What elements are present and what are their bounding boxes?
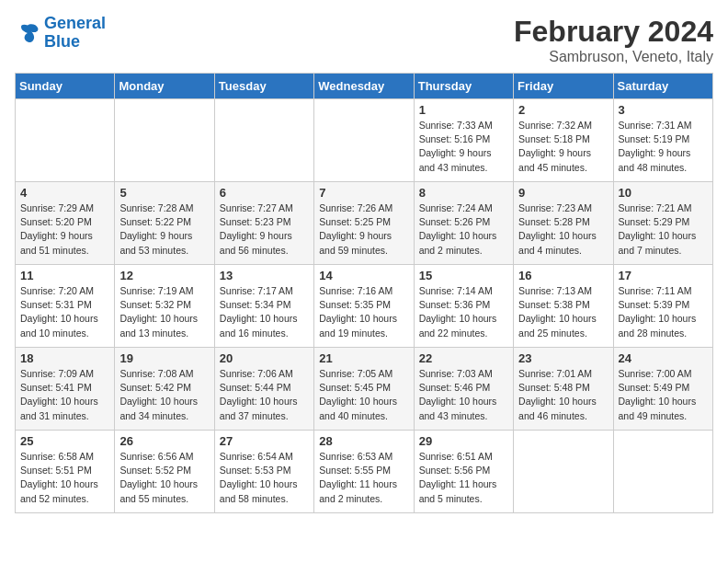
logo-text: General Blue xyxy=(44,15,106,52)
day-info: Sunrise: 7:08 AMSunset: 5:42 PMDaylight:… xyxy=(119,367,209,423)
day-info: Sunrise: 7:16 AMSunset: 5:35 PMDaylight:… xyxy=(319,284,408,340)
day-number: 28 xyxy=(319,434,408,448)
day-number: 10 xyxy=(619,186,708,200)
calendar-cell: 11Sunrise: 7:20 AMSunset: 5:31 PMDayligh… xyxy=(16,265,115,348)
day-number: 13 xyxy=(220,269,309,282)
calendar-cell: 7Sunrise: 7:26 AMSunset: 5:25 PMDaylight… xyxy=(314,182,414,265)
calendar-cell: 28Sunrise: 6:53 AMSunset: 5:55 PMDayligh… xyxy=(314,431,414,513)
calendar-cell: 3Sunrise: 7:31 AMSunset: 5:19 PMDaylight… xyxy=(613,99,712,182)
calendar-cell: 16Sunrise: 7:13 AMSunset: 5:38 PMDayligh… xyxy=(514,265,613,348)
calendar-cell: 8Sunrise: 7:24 AMSunset: 5:26 PMDaylight… xyxy=(414,182,513,265)
calendar-cell xyxy=(214,99,313,182)
day-info: Sunrise: 7:09 AMSunset: 5:41 PMDaylight:… xyxy=(20,367,109,423)
day-number: 22 xyxy=(419,351,508,365)
calendar-cell: 27Sunrise: 6:54 AMSunset: 5:53 PMDayligh… xyxy=(214,431,313,513)
calendar-cell xyxy=(613,431,712,513)
calendar-cell: 9Sunrise: 7:23 AMSunset: 5:28 PMDaylight… xyxy=(514,182,613,265)
day-info: Sunrise: 6:51 AMSunset: 5:56 PMDaylight:… xyxy=(419,450,508,506)
day-number: 5 xyxy=(119,186,209,200)
calendar-cell: 25Sunrise: 6:58 AMSunset: 5:51 PMDayligh… xyxy=(16,431,115,513)
day-number: 2 xyxy=(518,103,608,117)
day-number: 26 xyxy=(119,434,209,448)
day-info: Sunrise: 7:13 AMSunset: 5:38 PMDaylight:… xyxy=(518,284,608,340)
day-info: Sunrise: 7:31 AMSunset: 5:19 PMDaylight:… xyxy=(619,119,708,175)
calendar-week-row: 4Sunrise: 7:29 AMSunset: 5:20 PMDaylight… xyxy=(16,182,713,265)
calendar-cell: 5Sunrise: 7:28 AMSunset: 5:22 PMDaylight… xyxy=(115,182,214,265)
weekday-header-sunday: Sunday xyxy=(16,74,115,99)
day-number: 21 xyxy=(319,351,408,365)
day-info: Sunrise: 7:23 AMSunset: 5:28 PMDaylight:… xyxy=(518,201,608,258)
calendar-cell: 18Sunrise: 7:09 AMSunset: 5:41 PMDayligh… xyxy=(16,348,115,431)
day-number: 3 xyxy=(619,103,708,117)
calendar-cell: 19Sunrise: 7:08 AMSunset: 5:42 PMDayligh… xyxy=(115,348,214,431)
day-number: 29 xyxy=(419,434,508,448)
calendar-cell: 1Sunrise: 7:33 AMSunset: 5:16 PMDaylight… xyxy=(414,99,513,182)
logo: General Blue xyxy=(15,15,106,52)
calendar-cell: 15Sunrise: 7:14 AMSunset: 5:36 PMDayligh… xyxy=(414,265,513,348)
calendar-cell: 13Sunrise: 7:17 AMSunset: 5:34 PMDayligh… xyxy=(214,265,313,348)
calendar-cell xyxy=(314,99,414,182)
title-block: February 2024 Sambruson, Veneto, Italy xyxy=(514,15,713,65)
calendar-cell: 23Sunrise: 7:01 AMSunset: 5:48 PMDayligh… xyxy=(514,348,613,431)
day-info: Sunrise: 7:29 AMSunset: 5:20 PMDaylight:… xyxy=(20,201,109,258)
day-info: Sunrise: 7:20 AMSunset: 5:31 PMDaylight:… xyxy=(20,284,109,340)
calendar-cell xyxy=(115,99,214,182)
weekday-header-monday: Monday xyxy=(115,74,214,99)
weekday-header-tuesday: Tuesday xyxy=(214,74,313,99)
day-info: Sunrise: 7:14 AMSunset: 5:36 PMDaylight:… xyxy=(419,284,508,340)
day-number: 16 xyxy=(518,269,608,282)
calendar-week-row: 18Sunrise: 7:09 AMSunset: 5:41 PMDayligh… xyxy=(16,348,713,431)
day-number: 1 xyxy=(419,103,508,117)
day-number: 8 xyxy=(419,186,508,200)
weekday-header-thursday: Thursday xyxy=(414,74,513,99)
subtitle: Sambruson, Veneto, Italy xyxy=(514,49,713,65)
day-number: 25 xyxy=(20,434,109,448)
calendar-cell: 2Sunrise: 7:32 AMSunset: 5:18 PMDaylight… xyxy=(514,99,613,182)
calendar-cell: 21Sunrise: 7:05 AMSunset: 5:45 PMDayligh… xyxy=(314,348,414,431)
day-info: Sunrise: 7:11 AMSunset: 5:39 PMDaylight:… xyxy=(619,284,708,340)
day-number: 7 xyxy=(319,186,408,200)
main-title: February 2024 xyxy=(514,15,713,49)
day-info: Sunrise: 7:33 AMSunset: 5:16 PMDaylight:… xyxy=(419,119,508,175)
day-info: Sunrise: 6:54 AMSunset: 5:53 PMDaylight:… xyxy=(220,450,309,506)
day-info: Sunrise: 6:56 AMSunset: 5:52 PMDaylight:… xyxy=(119,450,209,506)
calendar-cell xyxy=(16,99,115,182)
weekday-header-row: SundayMondayTuesdayWednesdayThursdayFrid… xyxy=(16,74,713,99)
page-header: General Blue February 2024 Sambruson, Ve… xyxy=(15,15,713,65)
day-info: Sunrise: 7:05 AMSunset: 5:45 PMDaylight:… xyxy=(319,367,408,423)
logo-icon xyxy=(15,20,40,46)
day-info: Sunrise: 7:27 AMSunset: 5:23 PMDaylight:… xyxy=(220,201,309,258)
weekday-header-saturday: Saturday xyxy=(613,74,712,99)
weekday-header-wednesday: Wednesday xyxy=(314,74,414,99)
calendar-cell: 12Sunrise: 7:19 AMSunset: 5:32 PMDayligh… xyxy=(115,265,214,348)
day-info: Sunrise: 7:01 AMSunset: 5:48 PMDaylight:… xyxy=(518,367,608,423)
day-info: Sunrise: 7:24 AMSunset: 5:26 PMDaylight:… xyxy=(419,201,508,258)
day-info: Sunrise: 7:21 AMSunset: 5:29 PMDaylight:… xyxy=(619,201,708,258)
calendar-cell: 4Sunrise: 7:29 AMSunset: 5:20 PMDaylight… xyxy=(16,182,115,265)
day-number: 19 xyxy=(119,351,209,365)
calendar-cell: 22Sunrise: 7:03 AMSunset: 5:46 PMDayligh… xyxy=(414,348,513,431)
day-number: 15 xyxy=(419,269,508,282)
day-number: 9 xyxy=(518,186,608,200)
day-info: Sunrise: 6:58 AMSunset: 5:51 PMDaylight:… xyxy=(20,450,109,506)
day-info: Sunrise: 7:00 AMSunset: 5:49 PMDaylight:… xyxy=(619,367,708,423)
day-info: Sunrise: 7:32 AMSunset: 5:18 PMDaylight:… xyxy=(518,119,608,175)
calendar-cell: 29Sunrise: 6:51 AMSunset: 5:56 PMDayligh… xyxy=(414,431,513,513)
calendar-table: SundayMondayTuesdayWednesdayThursdayFrid… xyxy=(15,73,713,513)
weekday-header-friday: Friday xyxy=(514,74,613,99)
day-info: Sunrise: 7:17 AMSunset: 5:34 PMDaylight:… xyxy=(220,284,309,340)
day-number: 27 xyxy=(220,434,309,448)
calendar-cell xyxy=(514,431,613,513)
day-number: 18 xyxy=(20,351,109,365)
calendar-cell: 14Sunrise: 7:16 AMSunset: 5:35 PMDayligh… xyxy=(314,265,414,348)
day-info: Sunrise: 6:53 AMSunset: 5:55 PMDaylight:… xyxy=(319,450,408,506)
day-number: 14 xyxy=(319,269,408,282)
day-info: Sunrise: 7:06 AMSunset: 5:44 PMDaylight:… xyxy=(220,367,309,423)
day-number: 6 xyxy=(220,186,309,200)
calendar-week-row: 25Sunrise: 6:58 AMSunset: 5:51 PMDayligh… xyxy=(16,431,713,513)
day-number: 23 xyxy=(518,351,608,365)
calendar-week-row: 1Sunrise: 7:33 AMSunset: 5:16 PMDaylight… xyxy=(16,99,713,182)
calendar-cell: 26Sunrise: 6:56 AMSunset: 5:52 PMDayligh… xyxy=(115,431,214,513)
day-number: 4 xyxy=(20,186,109,200)
calendar-cell: 20Sunrise: 7:06 AMSunset: 5:44 PMDayligh… xyxy=(214,348,313,431)
